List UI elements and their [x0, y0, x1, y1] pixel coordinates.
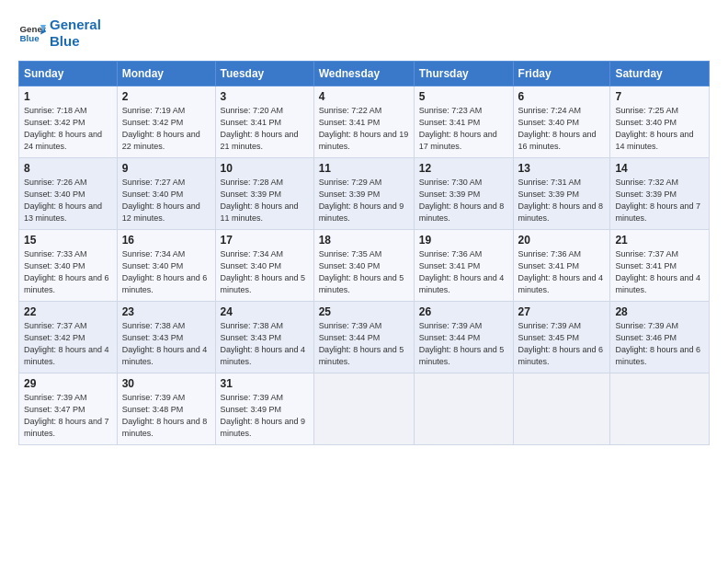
calendar-cell: 7 Sunrise: 7:25 AMSunset: 3:40 PMDayligh… — [610, 86, 710, 158]
calendar-cell — [313, 373, 414, 445]
day-info: Sunrise: 7:32 AMSunset: 3:39 PMDaylight:… — [615, 177, 704, 224]
calendar-cell: 25 Sunrise: 7:39 AMSunset: 3:44 PMDaylig… — [313, 302, 414, 373]
week-row-5: 29 Sunrise: 7:39 AMSunset: 3:47 PMDaylig… — [19, 373, 710, 445]
day-number: 6 — [518, 90, 606, 103]
day-info: Sunrise: 7:27 AMSunset: 3:40 PMDaylight:… — [122, 177, 210, 224]
calendar-cell: 15 Sunrise: 7:33 AMSunset: 3:40 PMDaylig… — [19, 230, 118, 302]
day-number: 9 — [122, 162, 210, 175]
day-number: 19 — [419, 234, 508, 247]
day-info: Sunrise: 7:35 AMSunset: 3:40 PMDaylight:… — [319, 248, 409, 296]
day-number: 18 — [319, 234, 409, 247]
day-info: Sunrise: 7:39 AMSunset: 3:47 PMDaylight:… — [24, 392, 112, 440]
logo-text: General Blue — [50, 17, 101, 50]
week-row-1: 1 Sunrise: 7:18 AMSunset: 3:42 PMDayligh… — [19, 86, 710, 158]
day-number: 22 — [24, 305, 112, 318]
header: General Blue General Blue — [18, 17, 710, 50]
calendar-cell: 16 Sunrise: 7:34 AMSunset: 3:40 PMDaylig… — [117, 230, 215, 302]
day-info: Sunrise: 7:37 AMSunset: 3:41 PMDaylight:… — [615, 248, 704, 296]
calendar-cell: 30 Sunrise: 7:39 AMSunset: 3:48 PMDaylig… — [117, 373, 215, 445]
logo: General Blue General Blue — [18, 17, 101, 50]
day-number: 8 — [24, 162, 112, 175]
weekday-header-saturday: Saturday — [610, 62, 710, 86]
day-info: Sunrise: 7:38 AMSunset: 3:43 PMDaylight:… — [122, 320, 210, 368]
calendar-cell: 18 Sunrise: 7:35 AMSunset: 3:40 PMDaylig… — [313, 230, 414, 302]
day-info: Sunrise: 7:31 AMSunset: 3:39 PMDaylight:… — [518, 177, 606, 224]
weekday-header-wednesday: Wednesday — [313, 62, 414, 86]
day-info: Sunrise: 7:36 AMSunset: 3:41 PMDaylight:… — [419, 248, 508, 296]
day-number: 5 — [419, 90, 508, 103]
day-number: 17 — [221, 234, 309, 247]
calendar-cell: 20 Sunrise: 7:36 AMSunset: 3:41 PMDaylig… — [513, 230, 610, 302]
day-info: Sunrise: 7:39 AMSunset: 3:48 PMDaylight:… — [122, 392, 210, 440]
calendar-cell: 8 Sunrise: 7:26 AMSunset: 3:40 PMDayligh… — [19, 158, 118, 230]
calendar-cell: 29 Sunrise: 7:39 AMSunset: 3:47 PMDaylig… — [19, 373, 118, 445]
day-number: 29 — [24, 377, 112, 390]
calendar-cell: 3 Sunrise: 7:20 AMSunset: 3:41 PMDayligh… — [215, 86, 313, 158]
calendar-cell: 23 Sunrise: 7:38 AMSunset: 3:43 PMDaylig… — [117, 302, 215, 373]
day-number: 20 — [518, 234, 606, 247]
calendar-cell — [414, 373, 513, 445]
day-info: Sunrise: 7:39 AMSunset: 3:44 PMDaylight:… — [319, 320, 409, 368]
day-number: 12 — [419, 162, 508, 175]
day-number: 21 — [615, 234, 704, 247]
calendar-cell: 6 Sunrise: 7:24 AMSunset: 3:40 PMDayligh… — [513, 86, 610, 158]
day-info: Sunrise: 7:25 AMSunset: 3:40 PMDaylight:… — [615, 105, 704, 153]
day-info: Sunrise: 7:24 AMSunset: 3:40 PMDaylight:… — [518, 105, 606, 153]
calendar-cell: 19 Sunrise: 7:36 AMSunset: 3:41 PMDaylig… — [414, 230, 513, 302]
day-number: 27 — [518, 305, 606, 318]
calendar-table: SundayMondayTuesdayWednesdayThursdayFrid… — [18, 61, 710, 445]
weekday-header-row: SundayMondayTuesdayWednesdayThursdayFrid… — [19, 62, 710, 86]
calendar-cell: 31 Sunrise: 7:39 AMSunset: 3:49 PMDaylig… — [215, 373, 313, 445]
weekday-header-sunday: Sunday — [19, 62, 118, 86]
day-number: 10 — [221, 162, 309, 175]
day-number: 15 — [24, 234, 112, 247]
calendar-cell: 27 Sunrise: 7:39 AMSunset: 3:45 PMDaylig… — [513, 302, 610, 373]
svg-text:Blue: Blue — [20, 33, 40, 43]
day-number: 4 — [319, 90, 409, 103]
day-info: Sunrise: 7:18 AMSunset: 3:42 PMDaylight:… — [24, 105, 112, 153]
weekday-header-friday: Friday — [513, 62, 610, 86]
calendar-cell: 13 Sunrise: 7:31 AMSunset: 3:39 PMDaylig… — [513, 158, 610, 230]
day-info: Sunrise: 7:26 AMSunset: 3:40 PMDaylight:… — [24, 177, 112, 224]
calendar-cell: 5 Sunrise: 7:23 AMSunset: 3:41 PMDayligh… — [414, 86, 513, 158]
day-info: Sunrise: 7:23 AMSunset: 3:41 PMDaylight:… — [419, 105, 508, 153]
day-number: 2 — [122, 90, 210, 103]
calendar-cell — [513, 373, 610, 445]
day-info: Sunrise: 7:39 AMSunset: 3:46 PMDaylight:… — [615, 320, 704, 368]
calendar-cell: 21 Sunrise: 7:37 AMSunset: 3:41 PMDaylig… — [610, 230, 710, 302]
day-info: Sunrise: 7:37 AMSunset: 3:42 PMDaylight:… — [24, 320, 112, 368]
logo-icon: General Blue — [18, 19, 46, 47]
day-info: Sunrise: 7:38 AMSunset: 3:43 PMDaylight:… — [221, 320, 309, 368]
calendar-cell: 22 Sunrise: 7:37 AMSunset: 3:42 PMDaylig… — [19, 302, 118, 373]
day-number: 31 — [221, 377, 309, 390]
day-number: 30 — [122, 377, 210, 390]
day-number: 24 — [221, 305, 309, 318]
day-number: 1 — [24, 90, 112, 103]
day-number: 26 — [419, 305, 508, 318]
calendar-cell: 24 Sunrise: 7:38 AMSunset: 3:43 PMDaylig… — [215, 302, 313, 373]
day-info: Sunrise: 7:33 AMSunset: 3:40 PMDaylight:… — [24, 248, 112, 296]
calendar-cell: 2 Sunrise: 7:19 AMSunset: 3:42 PMDayligh… — [117, 86, 215, 158]
day-number: 16 — [122, 234, 210, 247]
page: General Blue General Blue SundayMondayTu… — [0, 0, 728, 563]
day-info: Sunrise: 7:28 AMSunset: 3:39 PMDaylight:… — [221, 177, 309, 224]
day-info: Sunrise: 7:34 AMSunset: 3:40 PMDaylight:… — [221, 248, 309, 296]
calendar-cell: 1 Sunrise: 7:18 AMSunset: 3:42 PMDayligh… — [19, 86, 118, 158]
calendar-cell: 11 Sunrise: 7:29 AMSunset: 3:39 PMDaylig… — [313, 158, 414, 230]
weekday-header-tuesday: Tuesday — [215, 62, 313, 86]
week-row-3: 15 Sunrise: 7:33 AMSunset: 3:40 PMDaylig… — [19, 230, 710, 302]
calendar-cell: 14 Sunrise: 7:32 AMSunset: 3:39 PMDaylig… — [610, 158, 710, 230]
week-row-2: 8 Sunrise: 7:26 AMSunset: 3:40 PMDayligh… — [19, 158, 710, 230]
day-number: 23 — [122, 305, 210, 318]
day-info: Sunrise: 7:20 AMSunset: 3:41 PMDaylight:… — [221, 105, 309, 153]
calendar-cell — [610, 373, 710, 445]
day-number: 28 — [615, 305, 704, 318]
day-number: 13 — [518, 162, 606, 175]
day-info: Sunrise: 7:39 AMSunset: 3:44 PMDaylight:… — [419, 320, 508, 368]
calendar-cell: 26 Sunrise: 7:39 AMSunset: 3:44 PMDaylig… — [414, 302, 513, 373]
day-info: Sunrise: 7:22 AMSunset: 3:41 PMDaylight:… — [319, 105, 409, 153]
day-info: Sunrise: 7:19 AMSunset: 3:42 PMDaylight:… — [122, 105, 210, 153]
calendar-cell: 12 Sunrise: 7:30 AMSunset: 3:39 PMDaylig… — [414, 158, 513, 230]
weekday-header-thursday: Thursday — [414, 62, 513, 86]
day-info: Sunrise: 7:30 AMSunset: 3:39 PMDaylight:… — [419, 177, 508, 224]
